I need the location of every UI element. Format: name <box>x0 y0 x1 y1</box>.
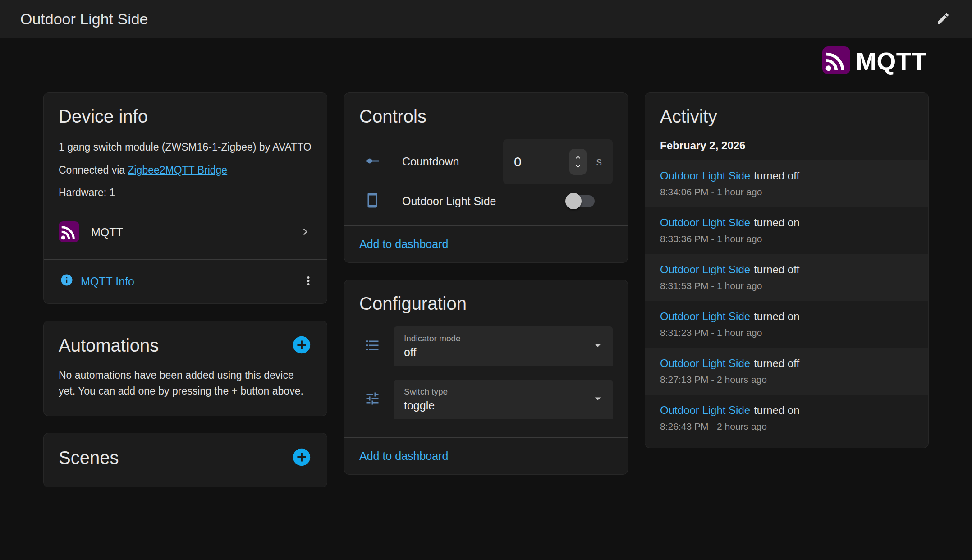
switch-type-row: Switch type toggle <box>359 380 613 419</box>
chevron-right-icon <box>298 225 312 240</box>
mqtt-logo-icon <box>822 46 850 76</box>
add-automation-button[interactable] <box>291 335 312 357</box>
logbook-action: turned on <box>754 310 799 322</box>
switch-type-label: Switch type <box>404 387 591 397</box>
activity-date: February 2, 2026 <box>660 139 913 152</box>
dots-vertical-icon <box>302 274 315 289</box>
countdown-unit: s <box>596 155 602 168</box>
scenes-card: Scenes <box>43 433 327 487</box>
logbook-time: 8:26:43 PM - 2 hours ago <box>660 421 913 432</box>
app-header: Outdoor Light Side <box>0 0 972 38</box>
chevron-up-icon <box>573 153 582 162</box>
switch-entity-label: Outdoor Light Side <box>402 195 545 208</box>
logbook-time: 8:34:06 PM - 1 hour ago <box>660 187 913 197</box>
tune-icon <box>364 390 381 409</box>
cellphone-icon <box>364 192 381 210</box>
countdown-label: Countdown <box>402 155 481 168</box>
slider-dot-icon <box>364 153 381 171</box>
logbook-entry[interactable]: Outdoor Light Sideturned off 8:34:06 PM … <box>645 160 928 207</box>
indicator-mode-row: Indicator mode off <box>359 326 613 366</box>
dropdown-arrow-icon <box>591 339 605 354</box>
configuration-title: Configuration <box>359 294 613 314</box>
logbook-action: turned off <box>754 357 799 369</box>
logbook-list: Outdoor Light Sideturned off 8:34:06 PM … <box>645 160 928 448</box>
device-info-title: Device info <box>59 106 312 127</box>
mqtt-row-label: MQTT <box>91 226 287 239</box>
add-scene-button[interactable] <box>291 447 312 469</box>
logbook-entity-link[interactable]: Outdoor Light Side <box>660 357 750 369</box>
automations-card: Automations No automations have been add… <box>43 321 327 416</box>
switch-row: Outdoor Light Side <box>359 192 613 210</box>
dropdown-arrow-icon <box>591 392 605 407</box>
light-toggle-switch[interactable] <box>567 195 595 207</box>
configuration-add-to-dashboard-link[interactable]: Add to dashboard <box>359 450 448 462</box>
mqtt-brand: MQTT <box>822 46 927 76</box>
activity-title: Activity <box>660 106 913 127</box>
logbook-entity-link[interactable]: Outdoor Light Side <box>660 170 750 182</box>
controls-title: Controls <box>359 106 613 127</box>
info-icon <box>60 273 73 289</box>
logbook-entry[interactable]: Outdoor Light Sideturned on 8:26:43 PM -… <box>645 395 928 441</box>
logbook-entry[interactable]: Outdoor Light Sideturned on 8:33:36 PM -… <box>645 207 928 254</box>
edit-device-button[interactable] <box>932 8 954 31</box>
zigbee2mqtt-bridge-link[interactable]: Zigbee2MQTT Bridge <box>128 164 227 176</box>
logbook-action: turned off <box>754 170 799 182</box>
device-model: 1 gang switch module (ZWSM16-1-Zigbee) b… <box>59 139 312 155</box>
logbook-entry[interactable]: Outdoor Light Sideturned on 8:31:23 PM -… <box>645 301 928 348</box>
device-hardware: Hardware: 1 <box>59 185 312 201</box>
logbook-entity-link[interactable]: Outdoor Light Side <box>660 216 750 229</box>
logbook-time: 8:33:36 PM - 1 hour ago <box>660 234 913 244</box>
device-connection: Connected via Zigbee2MQTT Bridge <box>59 162 312 178</box>
countdown-number-input[interactable]: 0 s <box>503 139 613 184</box>
logbook-entry[interactable]: Outdoor Light Sideturned off 8:31:53 PM … <box>645 254 928 301</box>
indicator-mode-label: Indicator mode <box>404 334 591 344</box>
mqtt-info-button[interactable]: MQTT Info <box>57 273 137 290</box>
logbook-entity-link[interactable]: Outdoor Light Side <box>660 263 750 275</box>
switch-type-value: toggle <box>404 399 591 412</box>
logbook-time: 8:31:23 PM - 1 hour ago <box>660 327 913 338</box>
logbook-time: 8:27:13 PM - 2 hours ago <box>660 374 913 385</box>
mqtt-integration-row[interactable]: MQTT <box>59 221 312 259</box>
list-bulleted-icon <box>364 337 381 355</box>
countdown-stepper[interactable] <box>569 149 587 175</box>
logbook-action: turned on <box>754 216 799 229</box>
countdown-row: Countdown 0 s <box>359 139 613 184</box>
device-info-card: Device info 1 gang switch module (ZWSM16… <box>43 92 327 304</box>
mqtt-brand-text: MQTT <box>856 47 927 76</box>
chevron-down-icon <box>573 162 582 171</box>
scenes-title: Scenes <box>59 448 119 468</box>
plus-circle-icon <box>291 447 312 469</box>
controls-card: Controls Countdown 0 <box>344 92 628 263</box>
indicator-mode-select[interactable]: Indicator mode off <box>394 326 613 366</box>
logbook-action: turned on <box>754 404 799 416</box>
toggle-knob <box>565 193 582 209</box>
countdown-value: 0 <box>514 154 559 170</box>
logbook-action: turned off <box>754 263 799 275</box>
configuration-card: Configuration Indicator mode off <box>344 280 628 475</box>
indicator-mode-value: off <box>404 346 591 359</box>
automations-empty-text: No automations have been added using thi… <box>59 367 312 416</box>
device-page: MQTT Device info 1 gang switch module (Z… <box>0 46 972 487</box>
mqtt-logo-icon <box>59 221 79 244</box>
page-title: Outdoor Light Side <box>20 10 932 28</box>
logbook-entity-link[interactable]: Outdoor Light Side <box>660 310 750 322</box>
logbook-entry[interactable]: Outdoor Light Sideturned off 8:27:13 PM … <box>645 348 928 395</box>
device-menu-button[interactable] <box>298 271 319 293</box>
pencil-icon <box>936 11 950 27</box>
switch-type-select[interactable]: Switch type toggle <box>394 380 613 419</box>
logbook-time: 8:31:53 PM - 1 hour ago <box>660 280 913 291</box>
logbook-entity-link[interactable]: Outdoor Light Side <box>660 404 750 416</box>
activity-card: Activity February 2, 2026 Outdoor Light … <box>645 92 929 448</box>
automations-title: Automations <box>59 335 159 356</box>
plus-circle-icon <box>291 335 312 357</box>
controls-add-to-dashboard-link[interactable]: Add to dashboard <box>359 238 448 250</box>
